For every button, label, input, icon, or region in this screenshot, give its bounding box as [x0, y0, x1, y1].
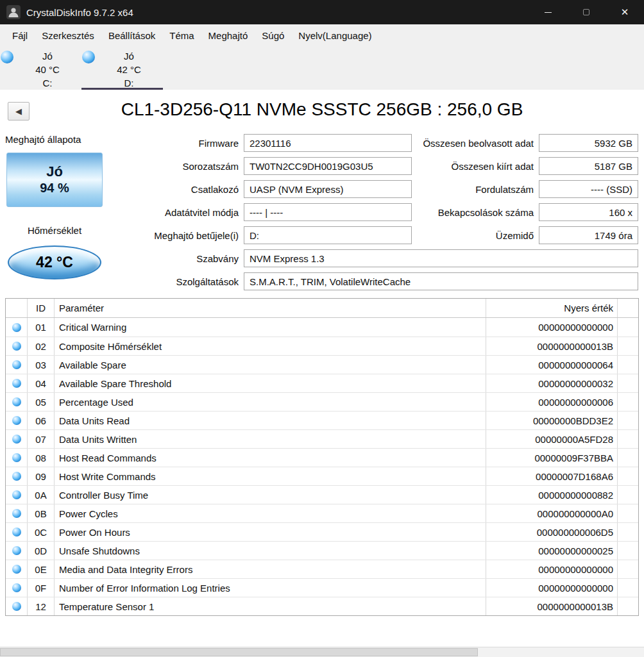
smart-raw-value: 00000007D168A6	[486, 467, 618, 485]
temperature-value: 42 °C	[36, 254, 73, 271]
smart-table-row-0D[interactable]: 0DUnsafe Shutdowns00000000000025	[6, 541, 638, 560]
smart-table-row-01[interactable]: 01Critical Warning00000000000000	[6, 318, 638, 337]
info-value-right-2: ---- (SSD)	[539, 180, 638, 198]
minimize-button[interactable]	[529, 0, 567, 24]
drive-tab-text: Jó42 °CD:	[95, 49, 163, 90]
smart-raw-value: 00000000000025	[486, 542, 618, 560]
back-button[interactable]: ◀	[8, 102, 30, 121]
good-status-icon	[12, 379, 21, 388]
smart-id: 07	[28, 430, 55, 448]
drive-tab-0[interactable]: Jó40 °CC:	[0, 46, 81, 90]
smart-table-row-04[interactable]: 04Available Spare Threshold0000000000003…	[6, 374, 638, 392]
smart-raw-value: 00000000BDD3E2	[486, 412, 618, 429]
smart-parameter: Host Read Commands	[55, 449, 486, 467]
menu-item-4[interactable]: Téma	[162, 24, 201, 46]
good-status-icon	[12, 342, 21, 351]
info-label-left-2: Csatlakozó	[115, 184, 244, 195]
maximize-icon	[583, 9, 589, 15]
smart-table-row-02[interactable]: 02Composite Hőmérséklet0000000000013B	[6, 337, 638, 355]
smart-status-cell	[6, 337, 28, 355]
smart-status-cell	[6, 467, 28, 485]
good-status-icon	[12, 472, 21, 481]
good-status-icon	[12, 546, 21, 555]
smart-id: 0C	[28, 523, 55, 541]
smart-id: 0D	[28, 542, 55, 560]
smart-table-row-07[interactable]: 07Data Units Written00000000A5FD28	[6, 429, 638, 448]
smart-raw-value: 00000000000000	[486, 318, 618, 337]
good-status-icon	[12, 435, 21, 444]
smart-table-row-09[interactable]: 09Host Write Commands00000007D168A6	[6, 467, 638, 485]
smart-id: 08	[28, 449, 55, 467]
smart-tail-cell	[618, 560, 638, 578]
drive-tab-1[interactable]: Jó42 °CD:	[81, 46, 163, 90]
smart-parameter: Power Cycles	[55, 504, 486, 522]
smart-tail-cell	[618, 374, 638, 392]
good-status-icon	[12, 360, 21, 369]
close-button[interactable]: ✕	[606, 0, 644, 24]
smart-table-row-0C[interactable]: 0CPower On Hours000000000006D5	[6, 522, 638, 541]
drive-good-status-icon	[82, 51, 95, 63]
smart-status-cell	[6, 393, 28, 411]
smart-table-row-03[interactable]: 03Available Spare00000000000064	[6, 355, 638, 374]
smart-id: 09	[28, 467, 55, 485]
temperature-display: 42 °C	[8, 245, 101, 279]
smart-table: ID Paraméter Nyers érték 01Critical Warn…	[5, 298, 639, 616]
menu-item-6[interactable]: Súgó	[255, 24, 291, 46]
smart-status-cell	[6, 412, 28, 429]
smart-table-row-0F[interactable]: 0FNumber of Error Information Log Entrie…	[6, 578, 638, 597]
info-label-left-0: Firmware	[115, 138, 244, 149]
smart-id: 03	[28, 356, 55, 374]
smart-id: 05	[28, 393, 55, 411]
header-id[interactable]: ID	[28, 299, 55, 317]
smart-table-row-05[interactable]: 05Percentage Used00000000000006	[6, 392, 638, 411]
smart-table-row-06[interactable]: 06Data Units Read00000000BDD3E2	[6, 411, 638, 429]
menu-item-5[interactable]: Meghajtó	[201, 24, 255, 46]
smart-table-row-0B[interactable]: 0BPower Cycles000000000000A0	[6, 504, 638, 522]
smart-raw-value: 00000009F37BBA	[486, 449, 618, 467]
smart-status-cell	[6, 597, 28, 615]
drive-tab-status: Jó	[95, 49, 163, 63]
smart-parameter: Percentage Used	[55, 393, 486, 411]
smart-status-cell	[6, 542, 28, 560]
menu-item-2[interactable]: Szerkesztés	[35, 24, 101, 46]
info-label-right-2: Fordulatszám	[417, 184, 539, 195]
smart-status-cell	[6, 356, 28, 374]
smart-id: 12	[28, 597, 55, 615]
header-parameter[interactable]: Paraméter	[55, 299, 486, 317]
smart-status-cell	[6, 504, 28, 522]
title-bar: CrystalDiskInfo 9.7.2 x64 ✕	[0, 0, 644, 24]
menu-bar: FájlSzerkesztésBeállításokTémaMeghajtóSú…	[0, 24, 644, 46]
smart-table-header: ID Paraméter Nyers érték	[6, 299, 638, 318]
info-fields: Firmware22301116Összesen beolvasott adat…	[115, 131, 638, 293]
header-raw-value[interactable]: Nyers érték	[486, 299, 618, 317]
horizontal-scrollbar[interactable]	[0, 647, 644, 657]
drive-tab-text: Jó40 °CC:	[13, 49, 81, 90]
info-value-left-4: D:	[244, 226, 412, 244]
header-tail	[618, 299, 638, 317]
smart-parameter: Available Spare	[55, 356, 486, 374]
menu-item-1[interactable]: Fájl	[5, 24, 35, 46]
back-icon: ◀	[15, 106, 22, 116]
smart-table-body: 01Critical Warning0000000000000002Compos…	[6, 318, 638, 615]
horizontal-scrollbar-thumb[interactable]	[0, 648, 478, 656]
smart-table-row-0E[interactable]: 0EMedia and Data Integrity Errors0000000…	[6, 560, 638, 578]
smart-parameter: Power On Hours	[55, 523, 486, 541]
smart-table-row-0A[interactable]: 0AController Busy Time00000000000882	[6, 485, 638, 504]
smart-id: 0E	[28, 560, 55, 578]
smart-table-row-12[interactable]: 12Temperature Sensor 10000000000013B	[6, 597, 638, 615]
maximize-button[interactable]	[567, 0, 606, 24]
menu-item-7[interactable]: Nyelv(Language)	[291, 24, 378, 46]
smart-raw-value: 00000000000006	[486, 393, 618, 411]
smart-tail-cell	[618, 430, 638, 448]
drive-tab-temp: 40 °C	[13, 63, 81, 76]
smart-tail-cell	[618, 467, 638, 485]
smart-parameter: Unsafe Shutdowns	[55, 542, 486, 560]
health-status-box[interactable]: Jó 94 %	[6, 153, 103, 207]
drive-title: CL1-3D256-Q11 NVMe SSSTC 256GB : 256,0 G…	[0, 90, 644, 129]
smart-table-row-08[interactable]: 08Host Read Commands00000009F37BBA	[6, 448, 638, 467]
smart-status-cell	[6, 579, 28, 597]
drive-tab-letter: D:	[95, 76, 163, 90]
health-status-text: Jó	[46, 163, 63, 180]
menu-item-3[interactable]: Beállítások	[101, 24, 162, 46]
smart-parameter: Critical Warning	[55, 318, 486, 337]
